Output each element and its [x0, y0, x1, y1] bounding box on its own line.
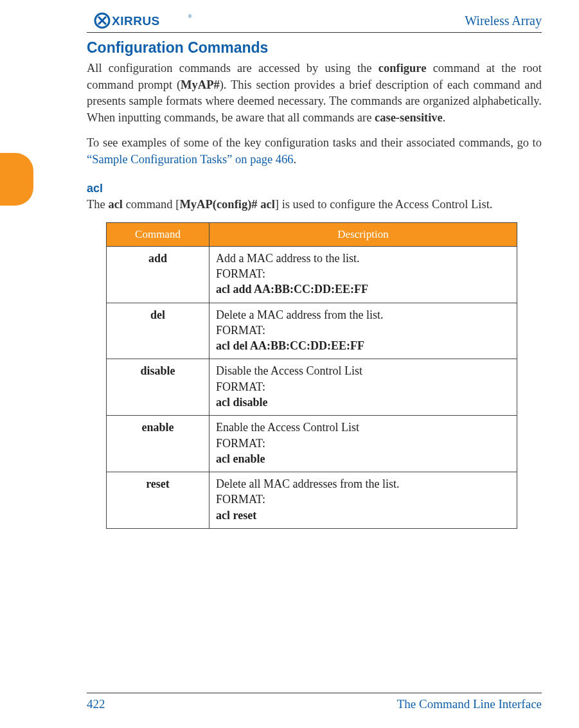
svg-text:XIRRUS: XIRRUS — [112, 14, 160, 28]
command-description-cell: Enable the Access Control ListFORMAT:acl… — [209, 416, 517, 472]
chapter-title: The Command Line Interface — [397, 697, 542, 711]
format-example: acl disable — [216, 395, 510, 410]
table-row: resetDelete all MAC addresses from the l… — [107, 472, 517, 529]
sample-config-link[interactable]: “Sample Configuration Tasks” on page 466 — [87, 153, 294, 166]
format-label: FORMAT: — [216, 436, 510, 451]
subsection-heading-acl: acl — [87, 182, 542, 195]
format-example: acl del AA:BB:CC:DD:EE:FF — [216, 338, 510, 353]
format-label: FORMAT: — [216, 379, 510, 395]
see-also-paragraph: To see examples of some of the key confi… — [87, 135, 542, 168]
header-rule — [87, 32, 542, 33]
see-also-prefix: To see examples of some of the key confi… — [87, 136, 542, 149]
format-label: FORMAT: — [216, 266, 510, 281]
command-description: Enable the Access Control List — [216, 420, 510, 435]
section-heading: Configuration Commands — [87, 39, 542, 57]
table-row: addAdd a MAC address to the list.FORMAT:… — [107, 246, 517, 303]
command-name: enable — [107, 416, 209, 472]
command-description: Add a MAC address to the list. — [216, 251, 510, 266]
table-row: delDelete a MAC address from the list.FO… — [107, 303, 517, 359]
acl-description: The acl command [MyAP(config)# acl] is u… — [87, 197, 542, 213]
brand-logo: XIRRUS ® — [94, 12, 197, 30]
command-description-cell: Disable the Access Control ListFORMAT:ac… — [209, 359, 517, 416]
table-row: enableEnable the Access Control ListFORM… — [107, 416, 517, 472]
footer-rule — [87, 693, 542, 693]
command-description: Delete a MAC address from the list. — [216, 307, 510, 323]
format-example: acl reset — [216, 508, 510, 523]
command-name: add — [107, 246, 209, 303]
format-example: acl add AA:BB:CC:DD:EE:FF — [216, 281, 510, 297]
product-name: Wireless Array — [465, 13, 542, 28]
format-label: FORMAT: — [216, 323, 510, 338]
svg-text:®: ® — [188, 14, 192, 19]
command-description: Delete all MAC addresses from the list. — [216, 476, 510, 492]
command-name: reset — [107, 472, 209, 529]
page-margin-tab — [0, 153, 33, 206]
intro-paragraph: All configuration commands are accessed … — [87, 60, 542, 126]
table-header-command: Command — [107, 222, 209, 246]
command-description: Disable the Access Control List — [216, 363, 510, 378]
command-name: disable — [107, 359, 209, 416]
command-table: Command Description addAdd a MAC address… — [106, 222, 517, 529]
format-example: acl enable — [216, 451, 510, 466]
table-row: disableDisable the Access Control ListFO… — [107, 359, 517, 416]
format-label: FORMAT: — [216, 492, 510, 507]
command-name: del — [107, 303, 209, 359]
page-number: 422 — [87, 697, 105, 711]
see-also-suffix: . — [294, 153, 297, 166]
command-description-cell: Delete all MAC addresses from the list.F… — [209, 472, 517, 529]
command-description-cell: Add a MAC address to the list.FORMAT:acl… — [209, 246, 517, 303]
table-header-description: Description — [209, 222, 517, 246]
command-description-cell: Delete a MAC address from the list.FORMA… — [209, 303, 517, 359]
table-header-row: Command Description — [107, 222, 517, 246]
